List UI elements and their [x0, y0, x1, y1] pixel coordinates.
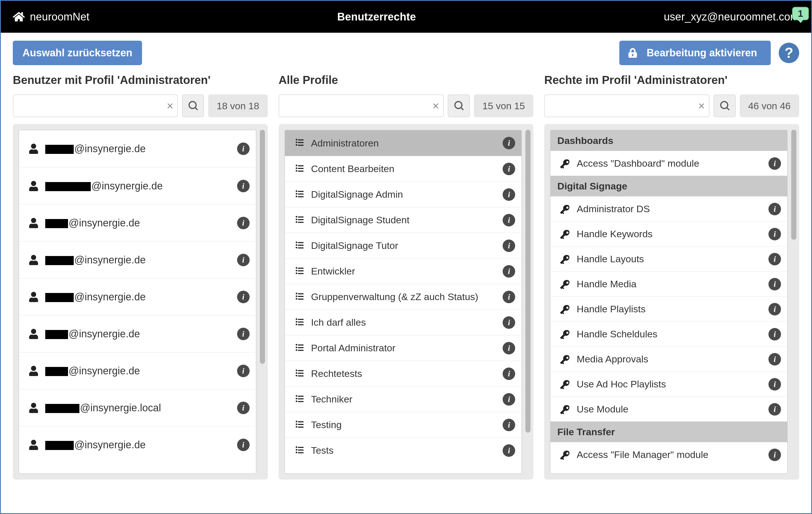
profile-row[interactable]: Portal Administratori — [285, 335, 522, 361]
info-icon[interactable]: i — [503, 367, 515, 380]
info-icon[interactable]: i — [503, 291, 515, 303]
info-icon[interactable]: i — [503, 188, 515, 201]
users-search-input[interactable] — [13, 101, 163, 111]
user-row[interactable]: @insynergie.dei — [19, 426, 256, 463]
right-row[interactable]: Use Modulei — [550, 396, 787, 422]
help-button[interactable]: ? — [779, 43, 799, 63]
rights-search-button[interactable] — [714, 94, 736, 117]
info-icon[interactable]: i — [237, 365, 250, 377]
info-icon[interactable]: i — [503, 419, 515, 431]
brand-name: neuroomNet — [30, 11, 89, 23]
lock-icon — [628, 48, 638, 58]
list-icon — [293, 369, 306, 378]
user-row[interactable]: @insynergie.dei — [19, 204, 256, 241]
right-row[interactable]: Administrator DSi — [550, 196, 787, 221]
info-icon[interactable]: i — [503, 214, 515, 226]
user-row[interactable]: @insynergie.dei — [19, 241, 256, 278]
user-row[interactable]: @insynergie.dei — [19, 130, 256, 167]
info-icon[interactable]: i — [768, 203, 781, 215]
profile-label: Ich darf alles — [311, 317, 503, 328]
users-heading: Benutzer mit Profil 'Administratoren' — [13, 74, 268, 87]
profiles-heading: Alle Profile — [279, 74, 534, 87]
right-row[interactable]: Handle Scheldulesi — [550, 322, 787, 346]
right-row[interactable]: Media Approvalsi — [550, 346, 787, 371]
info-icon[interactable]: i — [237, 291, 250, 303]
profile-row[interactable]: DigitalSignage Admini — [285, 181, 522, 207]
profile-label: Portal Administrator — [311, 342, 503, 354]
profile-row[interactable]: Ich darf allesi — [285, 309, 522, 335]
rights-clear-icon[interactable]: × — [694, 95, 709, 117]
person-icon — [27, 144, 40, 154]
profile-row[interactable]: DigitalSignage Studenti — [285, 207, 522, 233]
right-row[interactable]: Handle Keywordsi — [550, 221, 787, 246]
list-icon — [293, 318, 306, 327]
user-row[interactable]: @insynergie.dei — [19, 315, 256, 352]
info-icon[interactable]: i — [768, 228, 781, 240]
info-icon[interactable]: i — [768, 157, 781, 170]
profile-row[interactable]: DigitalSignage Tutori — [285, 233, 522, 258]
profile-row[interactable]: Entwickleri — [285, 258, 522, 284]
profile-row[interactable]: Technikeri — [285, 386, 522, 412]
right-row[interactable]: Handle Playlistsi — [550, 296, 787, 322]
info-icon[interactable]: i — [768, 449, 781, 461]
home-icon[interactable] — [13, 11, 25, 23]
info-icon[interactable]: i — [768, 353, 781, 365]
info-icon[interactable]: i — [768, 278, 781, 291]
info-icon[interactable]: i — [768, 378, 781, 391]
info-icon[interactable]: i — [503, 393, 515, 405]
profiles-search-button[interactable] — [448, 94, 470, 117]
right-row[interactable]: Access "File Manager" modulei — [550, 442, 787, 467]
profile-row[interactable]: Rechtetestsi — [285, 361, 522, 386]
user-row[interactable]: @insynergie.dei — [19, 167, 256, 204]
info-icon[interactable]: i — [503, 342, 515, 355]
key-icon — [558, 204, 572, 214]
info-icon[interactable]: i — [237, 439, 250, 451]
info-icon[interactable]: i — [237, 402, 250, 414]
user-row[interactable]: @insynergie.dei — [19, 352, 256, 389]
right-row[interactable]: Use Ad Hoc Playlistsi — [550, 371, 787, 396]
right-row[interactable]: Handle Layoutsi — [550, 246, 787, 271]
list-icon — [293, 242, 306, 250]
rights-search-wrap: × — [544, 94, 709, 117]
info-icon[interactable]: i — [237, 180, 250, 192]
profile-label: DigitalSignage Student — [311, 214, 503, 225]
profiles-list: AdministratoreniContent BearbeiteniDigit… — [284, 130, 522, 474]
info-icon[interactable]: i — [237, 217, 250, 229]
info-icon[interactable]: i — [503, 265, 515, 278]
info-icon[interactable]: i — [237, 328, 250, 340]
key-icon — [558, 355, 572, 364]
info-icon[interactable]: i — [503, 163, 515, 175]
info-icon[interactable]: i — [237, 143, 250, 155]
enable-edit-button[interactable]: Bearbeitung aktivieren — [619, 41, 771, 65]
info-icon[interactable]: i — [768, 303, 781, 315]
profile-row[interactable]: Testsi — [285, 437, 522, 463]
rights-search-input[interactable] — [545, 101, 694, 111]
profiles-scrollbar[interactable] — [525, 130, 530, 474]
info-icon[interactable]: i — [503, 316, 515, 329]
users-scrollbar[interactable] — [260, 130, 265, 474]
info-icon[interactable]: i — [768, 328, 781, 340]
profile-row[interactable]: Gruppenverwaltung (& zZ auch Status)i — [285, 284, 522, 309]
info-icon[interactable]: i — [237, 254, 250, 266]
user-row[interactable]: @insynergie.dei — [19, 278, 256, 315]
users-search-button[interactable] — [182, 94, 204, 117]
key-icon — [558, 404, 572, 414]
profiles-search-input[interactable] — [279, 101, 428, 111]
user-email[interactable]: user_xyz@neuroomnet.com — [664, 11, 799, 23]
info-icon[interactable]: i — [768, 403, 781, 416]
reset-selection-button[interactable]: Auswahl zurücksetzen — [13, 41, 142, 65]
info-icon[interactable]: i — [503, 137, 515, 149]
right-row[interactable]: Handle Mediai — [550, 271, 787, 296]
profile-row[interactable]: Administratoreni — [285, 130, 522, 156]
info-icon[interactable]: i — [768, 253, 781, 265]
rights-scrollbar[interactable] — [791, 130, 796, 474]
profile-row[interactable]: Testingi — [285, 412, 522, 437]
user-row[interactable]: @insynergie.locali — [19, 389, 256, 426]
profiles-clear-icon[interactable]: × — [428, 95, 443, 117]
profile-row[interactable]: Content Bearbeiteni — [285, 156, 522, 181]
users-clear-icon[interactable]: × — [163, 95, 177, 117]
info-icon[interactable]: i — [503, 444, 515, 457]
right-row[interactable]: Access "Dashboard" modulei — [550, 151, 787, 176]
list-icon — [293, 190, 306, 199]
info-icon[interactable]: i — [503, 240, 515, 252]
